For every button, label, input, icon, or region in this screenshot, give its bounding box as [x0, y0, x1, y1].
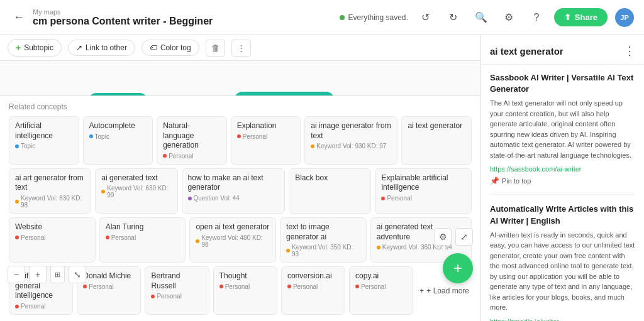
fit-button[interactable]: ⊞	[50, 266, 65, 283]
concept-tag: Personal	[151, 293, 203, 300]
related-panel: Related concepts Artificial intelligence…	[0, 95, 480, 321]
concept-tag: Personal	[163, 153, 221, 160]
right-panel-content: Sassbook AI Writer | Versatile AI Text G…	[481, 65, 644, 321]
concept-nlg[interactable]: Natural-language generation Personal	[157, 116, 227, 165]
tag-dot-icon	[15, 200, 19, 204]
concept-text-to-image[interactable]: text to image generator ai Keyword Vol: …	[280, 217, 367, 263]
share-button[interactable]: ⬆ Share	[554, 8, 608, 26]
concept-name: Explainable artificial intelligence	[381, 173, 465, 193]
tag-dot-icon	[101, 190, 105, 193]
more-button[interactable]: ⋮	[231, 40, 251, 57]
concept-name: Thought	[219, 271, 271, 281]
pin-icon: 📌	[490, 177, 499, 185]
pin-button-1[interactable]: 📌 Pin to top	[490, 177, 531, 185]
concept-name: copy.ai	[355, 271, 407, 281]
app-header: ← My maps cm persona Content writer - Be…	[0, 0, 644, 35]
concept-tag: Personal	[219, 283, 271, 290]
concept-open-ai-text[interactable]: open ai text generator Keyword Vol: 480 …	[189, 217, 276, 263]
load-more-label: + Load more	[426, 286, 469, 295]
related-row-3: Website Personal Alan Turing Personal	[9, 217, 472, 263]
tag-dot-icon	[355, 285, 359, 288]
concept-tag: Personal	[355, 283, 407, 290]
concept-name: Bertrand Russell	[151, 271, 203, 291]
concept-explanation[interactable]: Explanation Personal	[231, 116, 301, 165]
concept-ai-text-gen-tool[interactable]: ai text generator	[401, 116, 472, 165]
saved-status: Everything saved.	[340, 13, 408, 22]
zoom-out-button[interactable]: −	[8, 266, 25, 283]
result-title-1: Sassbook AI Writer | Versatile AI Text G…	[490, 72, 635, 95]
expand-button[interactable]: ⤢	[455, 228, 473, 246]
concept-name: ai text generator	[408, 121, 465, 131]
redo-button[interactable]: ↻	[443, 8, 464, 28]
link-button[interactable]: ↗ Link to other	[68, 40, 135, 56]
add-concept-fab[interactable]: +	[443, 253, 473, 283]
help-button[interactable]: ?	[526, 8, 547, 28]
concept-copy-ai[interactable]: copy.ai Personal	[349, 266, 413, 315]
header-titles: My maps cm persona Content writer - Begg…	[33, 8, 213, 27]
settings-button[interactable]: ⚙	[499, 8, 519, 28]
delete-button[interactable]: 🗑	[206, 40, 225, 57]
concept-bertrand-russell[interactable]: Bertrand Russell Personal	[145, 266, 209, 315]
canvas-toolbar: + Subtopic ↗ Link to other 🏷 Color tog 🗑…	[0, 35, 480, 61]
tag-dot-icon	[381, 197, 385, 200]
result-link-1[interactable]: https://sassbook.com/ai-writer	[490, 165, 582, 173]
tag-dot-icon	[15, 305, 19, 308]
concept-artificial-intelligence[interactable]: Artificial intelligence Topic	[9, 116, 79, 165]
filter-button[interactable]: ⚙	[434, 228, 452, 246]
right-panel-title: ai text generator	[490, 46, 564, 57]
concept-ai-art-gen[interactable]: ai art generator from text Keyword Vol: …	[9, 168, 91, 214]
tag-dot-icon	[196, 239, 199, 243]
concept-donald-michie[interactable]: Donald Michie Personal	[77, 266, 141, 315]
concept-thought[interactable]: Thought Personal	[213, 266, 277, 315]
concept-website[interactable]: Website Personal	[9, 217, 96, 263]
zoom-in-button[interactable]: +	[29, 266, 47, 283]
avatar: JP	[615, 8, 634, 27]
color-label: Color tog	[160, 43, 191, 52]
undo-button[interactable]: ↺	[416, 8, 436, 28]
result-card-2: Automatically Write Articles with this A…	[490, 204, 635, 321]
canvas-controls: − + ⊞ ⤡	[8, 266, 86, 283]
concept-ai-generated-text[interactable]: ai generated text Keyword Vol: 630 KD: 9…	[95, 168, 177, 214]
concept-conversion-ai[interactable]: conversion.ai Personal	[281, 266, 345, 315]
concept-tag: Topic	[15, 143, 73, 150]
tag-dot-icon	[83, 285, 87, 288]
tag-dot-icon	[287, 285, 291, 288]
concept-tag: Keyword Vol: 480 KD: 98	[196, 234, 270, 248]
concept-name: Alan Turing	[106, 222, 180, 232]
concept-alan-turing[interactable]: Alan Turing Personal	[99, 217, 186, 263]
subtopic-button[interactable]: + Subtopic	[8, 39, 62, 57]
back-button[interactable]: ←	[10, 9, 28, 26]
doc-title: cm persona Content writer - Begginer	[33, 16, 213, 27]
concept-explainable-ai[interactable]: Explainable artificial intelligence Pers…	[375, 168, 472, 214]
concept-ai-image-gen[interactable]: ai image generator from text Keyword Vol…	[304, 116, 397, 165]
pin-label-1: Pin to top	[502, 177, 531, 185]
concept-black-box[interactable]: Black box	[289, 168, 371, 214]
tag-dot-icon	[188, 197, 192, 200]
concept-tag: Personal	[287, 283, 339, 290]
concept-tag: Personal	[381, 195, 465, 202]
concept-tag: Personal	[83, 283, 135, 290]
concept-name: text to image generator ai	[286, 222, 360, 242]
concept-tag: Keyword Vol: 930 KD: 97	[311, 143, 391, 150]
result-link-2[interactable]: https://smodin.io/writer	[490, 318, 559, 321]
tag-dot-icon	[163, 154, 167, 158]
plus-icon: +	[419, 286, 424, 295]
concept-tag: Personal	[15, 303, 67, 310]
right-panel: ai text generator ⋮ Sassbook AI Writer |…	[480, 35, 644, 321]
concept-how-to-make-ai[interactable]: how to make an ai text generator Questio…	[182, 168, 286, 214]
canvas-area: + Subtopic ↗ Link to other 🏷 Color tog 🗑…	[0, 35, 480, 321]
concept-name: open ai text generator	[196, 222, 270, 232]
concept-tag: Question Vol: 44	[188, 195, 279, 202]
search-button[interactable]: 🔍	[471, 8, 491, 28]
concept-autocomplete[interactable]: Autocomplete Topic	[83, 116, 153, 165]
concept-tag: Topic	[89, 133, 147, 140]
right-panel-more-button[interactable]: ⋮	[624, 44, 635, 58]
fullscreen-button[interactable]: ⤡	[69, 266, 86, 283]
color-button[interactable]: 🏷 Color tog	[142, 40, 199, 56]
tag-dot-icon	[151, 295, 155, 298]
share-label: Share	[575, 13, 597, 22]
plus-icon: +	[16, 43, 21, 53]
saved-dot-icon	[340, 15, 345, 20]
concept-name: Artificial intelligence	[15, 121, 73, 141]
concept-tag: Keyword Vol: 630 KD: 99	[101, 185, 171, 199]
